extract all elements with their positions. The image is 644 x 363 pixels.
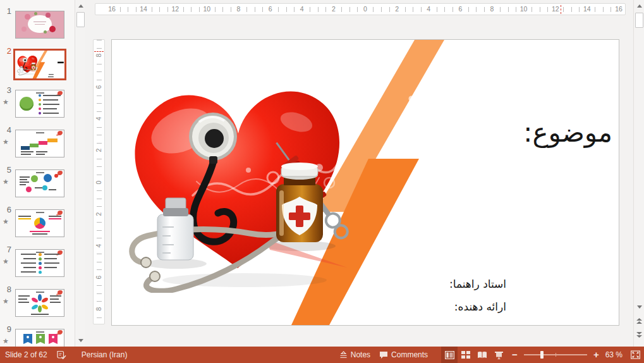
notes-icon: [339, 351, 348, 359]
notes-button[interactable]: Notes: [335, 347, 375, 363]
ruler-number: 2: [94, 145, 104, 156]
scrollbar-thumb[interactable]: [635, 13, 643, 28]
slide-thumbnail-row: 5★: [0, 169, 85, 202]
main-scrollbar[interactable]: [633, 0, 644, 347]
ruler-number: 4: [298, 4, 306, 14]
ruler-number: 6: [94, 272, 104, 283]
ruler-number: 14: [581, 4, 593, 14]
slide-thumbnail[interactable]: [15, 130, 64, 157]
credit-line[interactable]: استاد راهنما:: [449, 278, 506, 290]
fit-to-window-icon: [631, 350, 640, 359]
credits-textbox[interactable]: استاد راهنما:ارائه دهنده:: [449, 278, 506, 323]
status-bar: Slide 2 of 62 Persian (Iran) Notes Comme…: [0, 347, 644, 363]
slideshow-icon: [494, 351, 504, 359]
scroll-up-icon[interactable]: [635, 1, 644, 11]
slide-thumbnail-row: 7★: [0, 249, 85, 282]
thumbnail-panel-scrollbar[interactable]: [75, 0, 85, 347]
next-slide-icon[interactable]: [635, 329, 644, 340]
normal-view-button[interactable]: [441, 347, 458, 363]
language-indicator[interactable]: Persian (Iran): [77, 347, 132, 363]
ruler-number: 10: [518, 4, 530, 14]
animation-star-icon[interactable]: ★: [3, 297, 9, 305]
slide-sorter-view-button[interactable]: [458, 347, 474, 363]
slide-number: 1: [1, 6, 11, 16]
slide-thumbnail-panel: 1 2 3★ 4★ 5★: [0, 0, 85, 347]
ruler-number: 2: [330, 4, 337, 14]
slide-thumbnail-row: 1: [0, 11, 85, 44]
slide-number: 8: [1, 285, 11, 294]
ruler-number: 4: [94, 240, 104, 251]
slide-thumbnail-row: 6★: [0, 209, 85, 242]
credit-line[interactable]: ارائه دهنده:: [449, 300, 506, 313]
ruler-number: 10: [202, 4, 213, 14]
slide-thumbnail[interactable]: [15, 90, 64, 118]
slide-thumbnail[interactable]: [15, 209, 64, 237]
ruler-number: 6: [456, 4, 464, 14]
slide-number: 9: [1, 324, 11, 334]
slide-number: 3: [1, 85, 11, 95]
fit-to-window-button[interactable]: [626, 347, 644, 363]
cursor-position-marker: [94, 51, 104, 52]
slide-number: 4: [1, 125, 11, 135]
previous-slide-icon[interactable]: [635, 316, 644, 326]
slide-thumbnail[interactable]: [15, 11, 64, 39]
vertical-ruler: 864202468: [93, 39, 105, 324]
animation-star-icon[interactable]: ★: [3, 178, 9, 186]
animation-star-icon[interactable]: ★: [3, 218, 9, 226]
ruler-number: 8: [235, 4, 243, 14]
slide-number: 5: [1, 165, 11, 175]
ruler-number: 4: [94, 113, 104, 124]
scroll-down-icon[interactable]: [635, 302, 644, 312]
slide-thumbnail-row: 2: [0, 51, 85, 83]
ruler-number: 16: [613, 4, 624, 14]
zoom-out-button[interactable]: −: [512, 347, 518, 363]
animation-star-icon[interactable]: ★: [3, 138, 9, 146]
zoom-slider-track[interactable]: [524, 354, 587, 355]
comments-button[interactable]: Comments: [375, 347, 432, 363]
zoom-percentage[interactable]: 63 %: [605, 350, 623, 359]
ruler-number: 14: [138, 4, 149, 14]
slide-thumbnail[interactable]: [15, 169, 64, 197]
ruler-number: 16: [106, 4, 118, 14]
ruler-number: 2: [94, 209, 104, 219]
ruler-number: 12: [169, 4, 181, 14]
reading-view-icon: [477, 351, 487, 359]
ruler-number: 8: [94, 304, 104, 314]
scroll-up-icon[interactable]: [76, 1, 85, 11]
ruler-ticks: 1614121086420246810121416: [112, 7, 619, 12]
ruler-number: 0: [361, 4, 369, 14]
reading-view-button[interactable]: [474, 347, 490, 363]
zoom-slider-thumb[interactable]: [540, 351, 544, 359]
scroll-down-icon[interactable]: [76, 335, 85, 346]
ruler-number: 6: [94, 82, 104, 92]
slide-thumbnail[interactable]: [15, 249, 64, 277]
comments-icon: [379, 351, 388, 359]
zoom-in-button[interactable]: +: [593, 347, 599, 363]
ruler-number: 4: [425, 4, 432, 14]
slide-thumbnail-row: 3★: [0, 90, 85, 123]
slide-number: 2: [1, 46, 11, 56]
ruler-number: 0: [94, 177, 104, 188]
slide-sorter-icon: [461, 351, 470, 359]
ruler-number: 2: [393, 4, 401, 14]
slide-canvas[interactable]: موضوع: استاد راهنما:ارائه دهنده:: [111, 39, 619, 326]
slide-thumbnail[interactable]: [15, 289, 64, 317]
animation-star-icon[interactable]: ★: [3, 337, 9, 345]
slide-thumbnail[interactable]: [13, 49, 66, 80]
ruler-number: 6: [267, 4, 274, 14]
ruler-number: 8: [489, 4, 496, 14]
slideshow-view-button[interactable]: [490, 347, 507, 363]
scrollbar-thumb[interactable]: [76, 12, 85, 27]
animation-star-icon[interactable]: ★: [3, 98, 9, 106]
zoom-slider[interactable]: [520, 354, 591, 355]
normal-view-icon: [445, 351, 454, 359]
cursor-position-marker: [561, 5, 561, 14]
heart-medical-illustration[interactable]: [118, 75, 358, 293]
animation-star-icon[interactable]: ★: [3, 257, 9, 266]
slide-indicator[interactable]: Slide 2 of 62: [0, 347, 52, 363]
slide-number: 6: [1, 205, 11, 214]
spellcheck-icon[interactable]: [52, 347, 71, 363]
slide-title-textbox[interactable]: موضوع:: [523, 117, 612, 148]
ruler-number: 12: [550, 4, 561, 14]
slide-thumbnail-row: 4★: [0, 130, 85, 163]
